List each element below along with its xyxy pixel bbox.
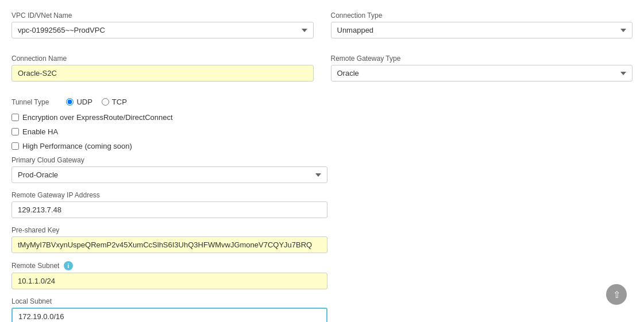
form-container: VPC ID/VNet Name vpc-01992565~~ProdVPC C…: [0, 0, 644, 322]
connection-type-select[interactable]: Unmapped: [331, 22, 633, 38]
tunnel-udp-radio[interactable]: UDP: [66, 98, 92, 106]
high-perf-checkbox-group[interactable]: High Performance (coming soon): [11, 142, 633, 150]
tunnel-type-label: Tunnel Type: [11, 98, 49, 106]
primary-gw-select[interactable]: Prod-Oracle: [11, 166, 327, 183]
encryption-checkbox[interactable]: [11, 114, 19, 121]
connection-name-label: Connection Name: [11, 55, 314, 63]
remote-gw-ip-input[interactable]: [11, 201, 327, 218]
encryption-checkbox-group[interactable]: Encryption over ExpressRoute/DirectConne…: [11, 113, 633, 122]
primary-gw-label: Primary Cloud Gateway: [11, 156, 327, 164]
scroll-to-top-button[interactable]: ⇧: [606, 284, 627, 305]
local-subnet-label: Local Subnet: [11, 297, 327, 305]
tunnel-tcp-radio[interactable]: TCP: [102, 98, 127, 106]
remote-gw-type-label: Remote Gateway Type: [331, 55, 633, 63]
preshared-key-label: Pre-shared Key: [11, 226, 327, 234]
enable-ha-checkbox[interactable]: [11, 128, 19, 135]
local-subnet-input[interactable]: [11, 308, 327, 322]
vpc-label: VPC ID/VNet Name: [11, 11, 314, 20]
high-perf-label: High Performance (coming soon): [22, 142, 132, 150]
remote-gw-type-select[interactable]: Oracle: [331, 65, 633, 82]
connection-type-label: Connection Type: [331, 11, 633, 20]
enable-ha-checkbox-group[interactable]: Enable HA: [11, 127, 633, 136]
encryption-label: Encryption over ExpressRoute/DirectConne…: [22, 113, 173, 122]
connection-name-input[interactable]: [11, 65, 314, 82]
tunnel-udp-label: UDP: [76, 98, 92, 106]
preshared-key-input[interactable]: [11, 236, 327, 253]
remote-subnet-label: Remote Subnet i: [11, 261, 327, 270]
high-perf-checkbox[interactable]: [11, 142, 19, 150]
remote-gw-ip-label: Remote Gateway IP Address: [11, 191, 327, 199]
remote-subnet-input[interactable]: [11, 273, 327, 289]
vpc-select[interactable]: vpc-01992565~~ProdVPC: [11, 22, 314, 38]
enable-ha-label: Enable HA: [22, 127, 58, 136]
remote-subnet-info-icon[interactable]: i: [64, 261, 73, 270]
tunnel-tcp-label: TCP: [112, 98, 127, 106]
